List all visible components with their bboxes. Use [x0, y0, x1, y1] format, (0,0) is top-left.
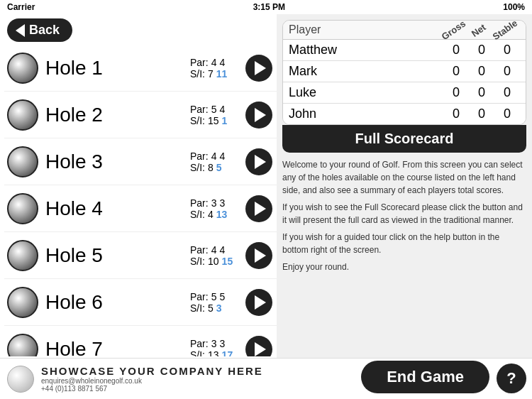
hole-info: Par: 3 3 S/I: 13 17 — [190, 338, 240, 357]
si-line: S/I: 7 11 — [190, 68, 227, 80]
si-line: S/I: 8 5 — [190, 162, 222, 173]
battery-label: 100% — [503, 2, 525, 12]
logo-area: SHOWCASE YOUR COMPANY HERE enquires@whol… — [7, 365, 263, 393]
hole-name: Hole 7 — [45, 338, 190, 357]
si-label: S/I: — [190, 209, 205, 220]
par-line: Par: 3 3 — [190, 197, 225, 209]
par-val1: 4 — [211, 244, 217, 256]
par-line: Par: 5 5 — [190, 291, 225, 302]
player-name: John — [289, 106, 443, 121]
back-button[interactable]: Back — [7, 18, 72, 42]
hole-row: Hole 2 Par: 5 4 S/I: 15 1 — [4, 92, 277, 138]
hole-row: Hole 6 Par: 5 5 S/I: 5 3 — [4, 279, 277, 326]
par-val1: 5 — [211, 291, 217, 302]
par-val2: 4 — [219, 104, 225, 115]
gross-col-header: Gross — [440, 20, 467, 42]
si-val1: 10 — [208, 256, 219, 267]
net-score: 0 — [469, 106, 494, 121]
scorecard-player-row: Matthew 0 0 0 — [283, 40, 526, 61]
scorecard-player-row: Mark 0 0 0 — [283, 61, 526, 82]
si-val1: 7 — [208, 68, 214, 80]
hole-row: Hole 7 Par: 3 3 S/I: 13 17 — [4, 326, 277, 356]
hole-icon — [7, 146, 38, 177]
description-paragraph: If you wish for a guided tour click on t… — [282, 231, 526, 256]
si-label: S/I: — [190, 162, 205, 173]
gross-score: 0 — [443, 64, 469, 79]
end-game-button[interactable]: End Game — [361, 361, 489, 393]
hole-name: Hole 1 — [45, 57, 190, 80]
play-button[interactable] — [245, 195, 272, 222]
scorecard-rows: Matthew 0 0 0 Mark 0 0 0 Luke 0 0 0 John… — [283, 40, 526, 124]
par-label: Par: — [190, 151, 209, 162]
si-val2: 1 — [222, 115, 228, 126]
hole-row: Hole 1 Par: 4 4 S/I: 7 11 — [4, 45, 277, 92]
play-button[interactable] — [245, 102, 272, 129]
hole-info: Par: 4 4 S/I: 8 5 — [190, 151, 240, 173]
player-col-header: Player — [289, 23, 443, 38]
net-col-header: Net — [465, 20, 492, 42]
hole-info: Par: 5 5 S/I: 5 3 — [190, 291, 240, 314]
time-label: 3:15 PM — [253, 2, 285, 12]
player-name: Mark — [289, 64, 443, 79]
play-icon — [255, 202, 266, 216]
si-val1: 5 — [208, 302, 214, 314]
si-label: S/I: — [190, 302, 205, 314]
par-line: Par: 4 4 — [190, 57, 225, 68]
gross-score: 0 — [443, 85, 469, 100]
si-line: S/I: 15 1 — [190, 115, 227, 126]
par-val2: 3 — [219, 197, 225, 209]
play-button[interactable] — [245, 55, 272, 82]
scorecard-box: Player Gross Net Stable Matthew 0 0 0 Ma… — [282, 20, 526, 125]
play-button[interactable] — [245, 336, 272, 357]
company-text: SHOWCASE YOUR COMPANY HERE enquires@whol… — [41, 365, 263, 393]
hole-row: Hole 3 Par: 4 4 S/I: 8 5 — [4, 138, 277, 185]
si-val2: 5 — [216, 162, 222, 173]
back-arrow-icon — [16, 24, 25, 37]
hole-icon — [7, 53, 38, 84]
hole-list: Hole 1 Par: 4 4 S/I: 7 11 Hole 2 Par: 5 … — [0, 45, 277, 356]
gross-score: 0 — [443, 43, 469, 58]
si-val2: 15 — [222, 256, 233, 267]
scorecard-header: Player Gross Net Stable — [283, 21, 526, 40]
play-button[interactable] — [245, 148, 272, 175]
par-val1: 3 — [211, 197, 217, 209]
gross-score: 0 — [443, 106, 469, 121]
player-name: Matthew — [289, 43, 443, 58]
description-paragraph: Enjoy your round. — [282, 261, 526, 273]
full-scorecard-button[interactable]: Full Scorecard — [282, 125, 526, 153]
par-val1: 5 — [211, 104, 217, 115]
si-label: S/I: — [190, 256, 205, 267]
description-text: Welcome to your round of Golf. From this… — [282, 158, 526, 273]
play-button[interactable] — [245, 289, 272, 316]
stable-score: 0 — [494, 85, 520, 100]
play-icon — [255, 295, 266, 310]
stable-score: 0 — [494, 106, 520, 121]
par-label: Par: — [190, 197, 209, 209]
company-email: enquires@wholeinonegolf.co.uk — [41, 377, 263, 385]
company-name: SHOWCASE YOUR COMPANY HERE — [41, 365, 263, 377]
par-val2: 4 — [219, 151, 225, 162]
player-name: Luke — [289, 85, 443, 100]
si-val2: 13 — [216, 209, 228, 220]
hole-info: Par: 4 4 S/I: 7 11 — [190, 57, 240, 80]
hole-info: Par: 5 4 S/I: 15 1 — [190, 104, 240, 126]
scorecard-player-row: John 0 0 0 — [283, 104, 526, 124]
hole-info: Par: 4 4 S/I: 10 15 — [190, 244, 240, 267]
par-val2: 3 — [219, 338, 225, 349]
si-val2: 11 — [216, 68, 228, 80]
bottom-bar: SHOWCASE YOUR COMPANY HERE enquires@whol… — [0, 358, 532, 399]
stable-score: 0 — [494, 64, 520, 79]
right-panel: Player Gross Net Stable Matthew 0 0 0 Ma… — [277, 14, 532, 399]
golf-ball-logo — [7, 366, 34, 393]
help-button[interactable]: ? — [497, 364, 526, 393]
par-val2: 5 — [219, 291, 225, 302]
play-icon — [255, 342, 266, 356]
par-line: Par: 5 4 — [190, 104, 225, 115]
si-val1: 4 — [208, 209, 214, 220]
si-label: S/I: — [190, 68, 205, 80]
play-button[interactable] — [245, 242, 272, 269]
hole-info: Par: 3 3 S/I: 4 13 — [190, 197, 240, 220]
company-phone: +44 (0)113 8871 567 — [41, 385, 263, 393]
hole-name: Hole 3 — [45, 151, 190, 173]
par-line: Par: 4 4 — [190, 244, 225, 256]
